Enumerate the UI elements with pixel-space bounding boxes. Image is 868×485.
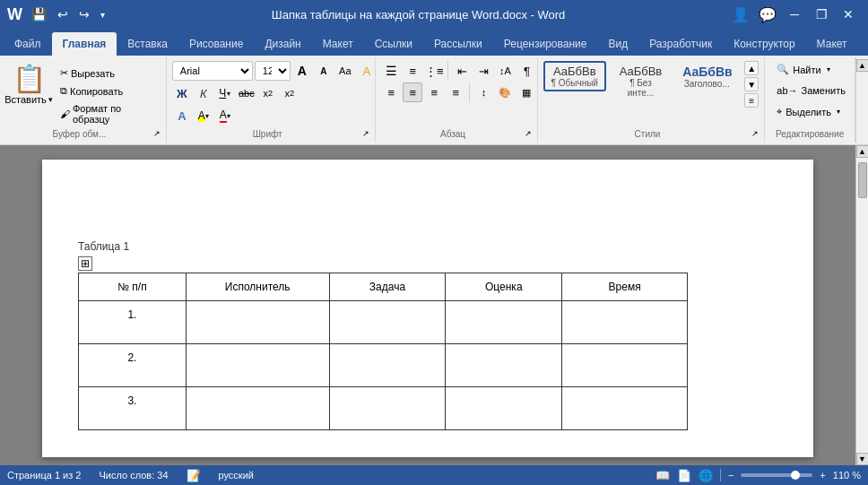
tab-help[interactable]: Помощ...	[858, 32, 868, 56]
shrink-font-button[interactable]: A	[314, 61, 334, 81]
align-center-button[interactable]: ≡	[403, 82, 422, 102]
cell-2-num[interactable]: 2.	[79, 344, 187, 387]
paste-dropdown-icon[interactable]: ▾	[48, 95, 53, 104]
tab-review[interactable]: Рецензирование	[493, 32, 598, 56]
save-button[interactable]: 💾	[28, 5, 50, 23]
user-icon[interactable]: 👤	[728, 4, 753, 24]
decrease-indent-button[interactable]: ⇤	[452, 61, 472, 81]
underline-dropdown-icon[interactable]: ▾	[227, 90, 230, 98]
ribbon-scroll-up[interactable]: ▲	[856, 59, 869, 72]
cell-1-task[interactable]	[329, 301, 446, 344]
cell-2-task[interactable]	[329, 344, 446, 387]
styles-dialog-launcher[interactable]: ↗	[751, 129, 759, 138]
cell-3-task[interactable]	[329, 387, 446, 430]
cell-1-num[interactable]: 1.	[79, 301, 187, 344]
increase-indent-button[interactable]: ⇥	[473, 61, 493, 81]
cell-1-time[interactable]	[562, 301, 688, 344]
cell-1-exec[interactable]	[186, 301, 329, 344]
replace-button[interactable]: ab→ Заменить	[770, 82, 852, 99]
clipboard-dialog-launcher[interactable]: ↗	[153, 129, 161, 138]
superscript-button[interactable]: x2	[280, 83, 299, 103]
tab-tablelayout[interactable]: Макет	[806, 32, 858, 56]
copy-button[interactable]: ⧉ Копировать	[56, 82, 161, 100]
redo-button[interactable]: ↪	[75, 5, 93, 23]
text-effects-button[interactable]: A	[172, 106, 192, 126]
tab-tabledesign[interactable]: Конструктор	[723, 32, 805, 56]
show-formatting-button[interactable]: ¶	[516, 61, 536, 81]
find-dropdown-icon[interactable]: ▾	[827, 65, 830, 74]
paste-button[interactable]: 📋 Вставить ▾	[5, 61, 52, 113]
format-painter-button[interactable]: 🖌 Формат по образцу	[56, 100, 161, 127]
align-left-button[interactable]: ≡	[381, 82, 401, 102]
font-size-select[interactable]: 12	[255, 61, 291, 81]
clear-formatting-button[interactable]: A	[357, 61, 377, 81]
cell-3-time[interactable]	[562, 387, 688, 430]
select-button[interactable]: ⌖ Выделить ▾	[770, 103, 852, 120]
comment-icon[interactable]: 💬	[755, 4, 780, 24]
zoom-out-button[interactable]: −	[728, 470, 733, 481]
table-move-handle[interactable]: ⊞	[78, 256, 92, 271]
underline-button[interactable]: Ч ▾	[215, 83, 235, 103]
restore-button[interactable]: ❐	[809, 4, 834, 24]
font-dialog-launcher[interactable]: ↗	[362, 129, 369, 138]
change-case-button[interactable]: Aa	[335, 61, 355, 81]
tab-mailings[interactable]: Рассылки	[423, 32, 493, 56]
sort-button[interactable]: ↕A	[495, 61, 515, 81]
font-name-select[interactable]: Arial	[172, 61, 253, 81]
multilevel-list-button[interactable]: ⋮≡	[424, 61, 444, 81]
line-spacing-button[interactable]: ↕	[473, 82, 493, 102]
tab-developer[interactable]: Разработчик	[638, 32, 723, 56]
italic-button[interactable]: К	[194, 83, 213, 103]
select-dropdown-icon[interactable]: ▾	[837, 108, 840, 116]
paragraph-dialog-launcher[interactable]: ↗	[525, 129, 532, 138]
minimize-button[interactable]: ─	[782, 4, 807, 24]
tab-design[interactable]: Дизайн	[254, 32, 311, 56]
style-normal[interactable]: АаБбВв ¶ Обычный	[543, 61, 606, 91]
borders-button[interactable]: ▦	[516, 82, 536, 102]
read-mode-icon[interactable]: 📖	[655, 469, 670, 482]
tab-references[interactable]: Ссылки	[364, 32, 423, 56]
bullets-button[interactable]: ☰	[381, 61, 401, 81]
styles-scroll-up[interactable]: ▲	[744, 61, 759, 75]
grow-font-button[interactable]: A	[292, 61, 312, 81]
tab-file[interactable]: Файл	[4, 32, 52, 56]
find-button[interactable]: 🔍 Найти ▾	[770, 61, 852, 78]
styles-expand[interactable]: ≡	[744, 93, 759, 108]
tab-draw[interactable]: Рисование	[178, 32, 254, 56]
highlight-color-button[interactable]: A ▾	[194, 106, 213, 126]
cell-3-score[interactable]	[446, 387, 562, 430]
tab-view[interactable]: Вид	[597, 32, 638, 56]
bold-button[interactable]: Ж	[172, 83, 192, 103]
tab-layout[interactable]: Макет	[312, 32, 364, 56]
close-button[interactable]: ✕	[836, 4, 861, 24]
scroll-track[interactable]	[856, 158, 868, 453]
cell-2-score[interactable]	[446, 344, 562, 387]
customize-quick-access-button[interactable]: ▾	[97, 8, 108, 22]
font-color-button[interactable]: A ▾	[215, 106, 235, 126]
numbering-button[interactable]: ≡	[403, 61, 422, 81]
language[interactable]: русский	[219, 470, 254, 481]
strikethrough-button[interactable]: abc	[237, 83, 256, 103]
justify-button[interactable]: ≡	[446, 82, 465, 102]
print-layout-icon[interactable]: 📄	[677, 469, 691, 482]
cell-3-num[interactable]: 3.	[79, 387, 187, 430]
scroll-down-button[interactable]: ▼	[856, 453, 869, 465]
zoom-level[interactable]: 110 %	[833, 470, 861, 481]
web-layout-icon[interactable]: 🌐	[699, 469, 713, 482]
tab-insert[interactable]: Вставка	[117, 32, 178, 56]
cell-2-exec[interactable]	[186, 344, 329, 387]
style-heading1[interactable]: АаБбВв Заголово...	[675, 61, 738, 92]
zoom-slider[interactable]	[741, 473, 812, 477]
zoom-in-button[interactable]: +	[820, 470, 825, 481]
style-no-spacing[interactable]: АаБбВв ¶ Без инте...	[609, 61, 673, 101]
scroll-up-button[interactable]: ▲	[856, 145, 869, 158]
shading-button[interactable]: 🎨	[495, 82, 515, 102]
cell-2-time[interactable]	[562, 344, 688, 387]
cut-button[interactable]: ✂ Вырезать	[56, 65, 161, 82]
cell-3-exec[interactable]	[186, 387, 329, 430]
cell-1-score[interactable]	[446, 301, 562, 344]
align-right-button[interactable]: ≡	[424, 82, 444, 102]
undo-button[interactable]: ↩	[54, 5, 72, 23]
scroll-thumb[interactable]	[858, 162, 867, 198]
subscript-button[interactable]: x2	[258, 83, 278, 103]
